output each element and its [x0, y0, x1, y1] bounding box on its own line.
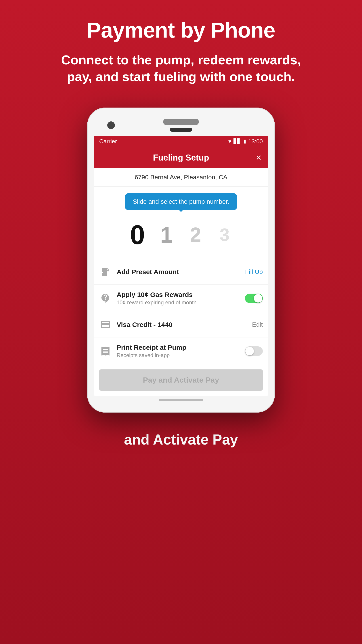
bottom-text: and Activate Pay — [124, 430, 238, 449]
wifi-icon: ▾ — [228, 138, 231, 145]
gas-rewards-title: Apply 10¢ Gas Rewards — [117, 291, 240, 298]
payment-content: Visa Credit - 1440 — [117, 321, 247, 328]
gas-rewards-content: Apply 10¢ Gas Rewards 10¢ reward expirin… — [117, 291, 240, 306]
number-next-3: 3 — [210, 226, 239, 244]
gas-rewards-toggle[interactable] — [245, 294, 263, 303]
gas-rewards-subtitle: 10¢ reward expiring end of month — [117, 300, 240, 306]
phone-screen: Carrier ▾ ▋▋ ▮ 13:00 Fueling Setup × 679… — [94, 136, 268, 396]
payment-edit-action[interactable]: Edit — [252, 321, 263, 328]
gas-rewards-row: Apply 10¢ Gas Rewards 10¢ reward expirin… — [94, 285, 268, 312]
credit-card-icon — [99, 318, 112, 331]
tooltip-bubble: Slide and select the pump number. — [125, 193, 237, 210]
bottom-btn-container: Pay and Activate Pay — [94, 365, 268, 396]
phone-top-bar — [94, 116, 268, 136]
number-picker[interactable]: 0 1 2 3 — [94, 212, 268, 260]
fuel-pump-icon — [99, 266, 112, 278]
phone-bottom-bar — [94, 396, 268, 404]
battery-icon: ▮ — [243, 138, 246, 144]
payment-row[interactable]: Visa Credit - 1440 Edit — [94, 312, 268, 338]
toggle-knob — [254, 294, 262, 302]
receipt-content: Print Receipt at Pump Receipts saved in-… — [117, 344, 240, 358]
close-button[interactable]: × — [256, 153, 261, 162]
app-header: Fueling Setup × — [94, 147, 268, 168]
tooltip-container: Slide and select the pump number. — [94, 186, 268, 212]
carrier-label: Carrier — [99, 138, 117, 145]
receipt-toggle[interactable] — [245, 346, 263, 356]
bottom-text-area: and Activate Pay — [93, 430, 269, 471]
number-next-2: 2 — [181, 225, 210, 245]
receipt-title: Print Receipt at Pump — [117, 344, 240, 351]
app-header-title: Fueling Setup — [153, 153, 209, 162]
phone-mockup: Carrier ▾ ▋▋ ▮ 13:00 Fueling Setup × 679… — [87, 108, 275, 412]
toggle-knob-off — [245, 347, 254, 355]
pay-activate-button[interactable]: Pay and Activate Pay — [99, 370, 263, 391]
status-bar: Carrier ▾ ▋▋ ▮ 13:00 — [94, 136, 268, 147]
receipt-subtitle: Receipts saved in-app — [117, 352, 240, 358]
phone-earpiece — [170, 128, 192, 132]
preset-amount-action[interactable]: Fill Up — [245, 268, 263, 276]
number-selected: 0 — [123, 222, 152, 248]
page-title: Payment by Phone — [87, 18, 275, 42]
time-label: 13:00 — [248, 138, 263, 145]
page-subtitle: Connect to the pump, redeem rewards, pay… — [47, 52, 315, 85]
phone-speaker — [163, 119, 199, 125]
signal-icon: ▋▋ — [234, 138, 241, 144]
preset-amount-row[interactable]: Add Preset Amount Fill Up — [94, 260, 268, 285]
dollar-badge-icon — [99, 292, 112, 304]
phone-camera — [107, 122, 115, 129]
receipt-row: Print Receipt at Pump Receipts saved in-… — [94, 338, 268, 365]
home-indicator — [159, 399, 203, 402]
preset-amount-title: Add Preset Amount — [117, 268, 240, 276]
number-next-1: 1 — [152, 224, 181, 246]
payment-title: Visa Credit - 1440 — [117, 321, 247, 328]
preset-amount-content: Add Preset Amount — [117, 268, 240, 276]
status-bar-right: ▾ ▋▋ ▮ 13:00 — [228, 138, 263, 145]
address-bar: 6790 Bernal Ave, Pleasanton, CA — [94, 168, 268, 186]
receipt-icon — [99, 345, 112, 357]
